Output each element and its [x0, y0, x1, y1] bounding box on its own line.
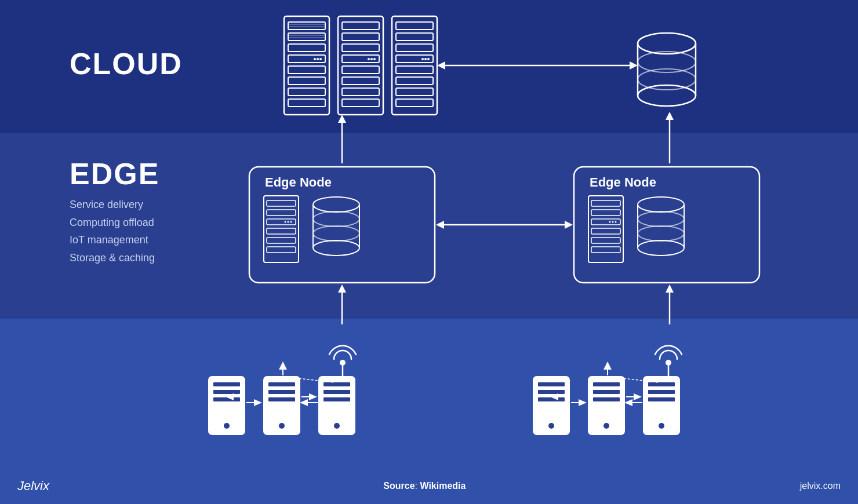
svg-marker-98: [666, 284, 674, 293]
svg-rect-135: [593, 382, 620, 386]
svg-rect-29: [396, 22, 433, 30]
iot-device-2c: [644, 377, 679, 434]
cloud-database: [638, 33, 696, 106]
svg-rect-112: [323, 382, 350, 386]
svg-rect-131: [538, 390, 565, 394]
svg-rect-113: [323, 390, 350, 394]
svg-point-14: [317, 58, 319, 60]
brand-name: Jelvix: [17, 479, 49, 494]
svg-marker-117: [254, 399, 262, 406]
website-url: jelvix.com: [800, 481, 841, 491]
svg-rect-30: [396, 33, 433, 41]
svg-rect-141: [648, 390, 675, 394]
arrow-edge2-to-cloud: [666, 112, 674, 163]
svg-rect-77: [591, 210, 620, 216]
svg-point-25: [373, 58, 376, 60]
svg-rect-103: [213, 390, 240, 394]
source-credit: Source: Wikimedia: [383, 481, 466, 491]
svg-point-70: [313, 240, 359, 255]
svg-point-143: [659, 423, 664, 429]
diagram: CLOUD EDGE Service delivery Computing of…: [0, 0, 858, 504]
svg-rect-136: [593, 390, 620, 394]
svg-marker-49: [630, 61, 638, 70]
source-name: Wikimedia: [420, 481, 466, 491]
svg-rect-107: [268, 382, 295, 386]
svg-rect-109: [268, 397, 295, 401]
svg-rect-36: [396, 99, 433, 107]
svg-rect-34: [396, 77, 433, 85]
svg-rect-104: [213, 397, 240, 401]
svg-rect-7: [288, 44, 325, 52]
svg-marker-94: [565, 221, 573, 229]
svg-point-133: [548, 423, 554, 429]
svg-rect-23: [342, 88, 379, 96]
svg-point-115: [334, 423, 340, 429]
svg-text:Edge Node: Edge Node: [265, 175, 332, 189]
svg-point-39: [421, 58, 424, 60]
svg-rect-76: [591, 200, 620, 206]
svg-rect-12: [288, 99, 325, 107]
svg-rect-80: [591, 238, 620, 243]
svg-point-64: [288, 221, 289, 223]
iot-device-2b: [588, 377, 624, 434]
svg-point-85: [638, 197, 684, 212]
svg-point-71: [313, 211, 359, 227]
svg-rect-61: [267, 238, 296, 243]
svg-rect-18: [342, 33, 379, 41]
svg-point-66: [313, 197, 359, 212]
svg-marker-125: [279, 361, 287, 370]
svg-rect-140: [648, 382, 675, 386]
svg-point-63: [290, 221, 292, 223]
svg-marker-121: [309, 393, 317, 400]
svg-marker-96: [338, 284, 346, 293]
svg-rect-19: [342, 44, 379, 52]
svg-rect-31: [396, 44, 433, 52]
svg-point-13: [319, 58, 322, 60]
svg-rect-24: [342, 99, 379, 107]
svg-point-91: [638, 226, 684, 241]
svg-point-83: [612, 221, 614, 223]
svg-rect-102: [213, 382, 240, 386]
svg-rect-108: [268, 390, 295, 394]
svg-point-15: [314, 58, 316, 60]
svg-marker-48: [437, 61, 445, 70]
cloud-bidirectional-arrow: [437, 61, 638, 70]
cloud-server-rack-2: [338, 16, 383, 115]
svg-rect-21: [342, 66, 379, 74]
svg-rect-114: [323, 397, 350, 401]
svg-rect-60: [267, 228, 296, 234]
svg-point-82: [615, 221, 617, 223]
footer: Jelvix Source: Wikimedia jelvix.com: [0, 479, 858, 494]
edge-node-1: Edge Node: [249, 167, 435, 283]
svg-marker-145: [579, 399, 587, 406]
cloud-server-rack-1: [284, 16, 329, 115]
svg-point-38: [424, 58, 427, 60]
source-label: Source: [383, 481, 415, 491]
svg-rect-137: [593, 397, 620, 401]
svg-point-89: [638, 240, 684, 255]
svg-rect-35: [396, 88, 433, 96]
cloud-server-rack-3: [392, 16, 437, 115]
iot1-to-edge1-arrow: [338, 284, 346, 324]
iot-device-1a: [209, 377, 245, 434]
svg-rect-10: [288, 77, 325, 85]
iot-device-1b: [264, 377, 300, 434]
svg-rect-58: [267, 210, 296, 216]
svg-point-138: [603, 423, 609, 429]
svg-rect-17: [342, 22, 379, 30]
svg-rect-57: [267, 200, 296, 206]
svg-point-44: [638, 85, 696, 106]
iot-device-1c: [319, 377, 355, 434]
svg-point-72: [313, 226, 359, 241]
edge-nodes-bidirectional-arrow: [436, 221, 573, 229]
svg-text:Edge Node: Edge Node: [590, 175, 656, 189]
svg-rect-11: [288, 88, 325, 96]
svg-point-110: [279, 423, 285, 429]
svg-rect-22: [342, 77, 379, 85]
architecture-diagram: Edge Node: [0, 0, 858, 504]
svg-marker-123: [300, 399, 308, 406]
svg-point-84: [609, 221, 611, 223]
svg-rect-132: [538, 397, 565, 401]
svg-rect-130: [538, 382, 565, 386]
svg-point-90: [638, 211, 684, 227]
